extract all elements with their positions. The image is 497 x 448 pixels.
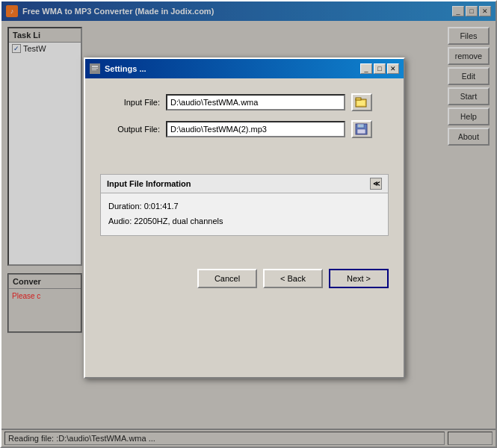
- dialog-close-button[interactable]: ✕: [387, 63, 399, 74]
- dialog-body: Input File: Output File:: [85, 78, 404, 260]
- output-file-label: Output File:: [100, 125, 160, 134]
- audio-info-text: Audio: 22050HZ, dual channels: [108, 214, 380, 229]
- cancel-button[interactable]: Cancel: [197, 269, 257, 288]
- input-file-label: Input File:: [100, 98, 160, 107]
- svg-rect-10: [359, 125, 360, 127]
- svg-rect-1: [92, 66, 98, 67]
- settings-dialog: Settings ... _ □ ✕ Input File:: [84, 57, 405, 379]
- dialog-titlebar-left: Settings ...: [90, 63, 146, 74]
- duration-text: Duration: 0:01:41.7: [108, 199, 380, 214]
- dialog-restore-button[interactable]: □: [374, 63, 386, 74]
- dialog-icon: [90, 63, 100, 74]
- input-file-browse-button[interactable]: [351, 93, 372, 111]
- info-panel-title: Input File Information: [107, 179, 191, 188]
- dialog-buttons: Cancel < Back Next >: [85, 260, 404, 300]
- svg-rect-9: [357, 129, 365, 134]
- dialog-minimize-button[interactable]: _: [360, 63, 372, 74]
- info-panel-collapse-button[interactable]: ≪: [370, 178, 382, 190]
- back-button[interactable]: < Back: [263, 269, 323, 288]
- info-panel: Input File Information ≪ Duration: 0:01:…: [100, 174, 389, 236]
- output-file-row: Output File:: [100, 120, 389, 138]
- info-panel-header: Input File Information ≪: [101, 175, 388, 193]
- dialog-titlebar: Settings ... _ □ ✕: [85, 59, 404, 78]
- svg-rect-6: [357, 101, 365, 105]
- dialog-titlebar-controls: _ □ ✕: [360, 63, 399, 74]
- info-panel-body: Duration: 0:01:41.7 Audio: 22050HZ, dual…: [101, 193, 388, 235]
- svg-rect-8: [357, 124, 364, 128]
- output-file-save-button[interactable]: [351, 120, 372, 138]
- main-window: ♪ Free WMA to MP3 Converter (Made in Jod…: [0, 0, 497, 448]
- svg-rect-2: [92, 68, 98, 69]
- svg-rect-5: [356, 98, 361, 100]
- svg-rect-3: [92, 69, 96, 70]
- input-file-field[interactable]: [166, 94, 345, 111]
- next-button[interactable]: Next >: [329, 269, 389, 288]
- output-file-field[interactable]: [166, 121, 345, 137]
- dialog-title: Settings ...: [105, 64, 146, 73]
- input-file-row: Input File:: [100, 93, 389, 111]
- spacer: [100, 147, 389, 162]
